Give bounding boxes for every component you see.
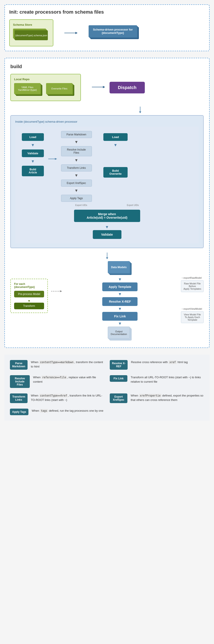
export-raw-label: →exportRawModel: [181, 276, 204, 279]
legend-grid: Parse MarkdownWhen contentType==markdown…: [10, 360, 204, 415]
svg-marker-7: [55, 158, 57, 160]
legend-badge-3: Fix Link: [110, 375, 127, 382]
merge-area: Export UIDs Export UIDs Merge when Artic…: [20, 204, 194, 239]
proc-layout: Load ▼ Validate ▼ Build Article: [20, 131, 194, 202]
foreach-box: For each {documentType} Pre-process Mode…: [10, 279, 48, 313]
output-card-1: Output Documentation: [108, 326, 130, 339]
apply-template-box: Apply Template: [102, 282, 138, 291]
c-arrow-1: ▼: [74, 140, 78, 144]
arrow-preprocess-transform: ▼: [14, 299, 44, 303]
transform-box: Transform: [14, 303, 44, 309]
view-model-annotation: View Model File To Apply Each Template: [181, 311, 204, 323]
export-uids-right: Export UIDs: [127, 204, 139, 206]
preprocess-box: Pre-process Model: [14, 291, 44, 298]
overwrite-stack: Overwrite Files: [46, 83, 75, 97]
legend-badge-0: Parse Markdown: [10, 360, 28, 370]
processor-stack: Schema-driven processor for {documentTyp…: [89, 25, 139, 41]
legend-item-6: Apply TagsWhen tags defined, run the tag…: [10, 408, 104, 415]
load-box-left: Load: [22, 133, 44, 141]
c-arrow-3: ▼: [74, 173, 78, 178]
svg-marker-5: [139, 112, 141, 113]
dispatch-box: Dispatch: [110, 82, 145, 94]
local-repo-files: YAML Files YamlMime={type} Overwrite Fil…: [14, 83, 77, 97]
build-overwrite-box: Build Overwrite: [103, 167, 128, 178]
local-repo-label: Local Repo: [14, 78, 77, 81]
right-annotations: →exportRawModel Raw Model File Before Ap…: [181, 276, 204, 323]
legend-item-3: Fix LinkTransform all URL-TO-ROOT links …: [110, 375, 204, 388]
data-models-stack: Data Models: [108, 261, 132, 276]
c-arrow-4: ▼: [74, 188, 78, 193]
schema-file-stack: {documentType}.schema.json: [13, 28, 48, 42]
legend-item-1: Resolve X- REFResolve cross reference wi…: [110, 360, 204, 370]
transform-links-box: Transform Links: [61, 164, 92, 172]
legend-text-4: When contentType==href, transform the li…: [31, 394, 104, 402]
export-uids-row: Export UIDs Export UIDs: [75, 204, 139, 206]
raw-model-annotation: Raw Model File Before Apply Templates: [181, 280, 204, 292]
right-flow-col: Load ▼ Build Overwrite: [102, 133, 129, 178]
main-container: Init: create processors from schema file…: [0, 0, 214, 425]
export-uids-left: Export UIDs: [75, 204, 87, 206]
export-view-label: →exportViewModel: [181, 308, 204, 310]
svg-marker-1: [75, 32, 78, 34]
legend-badge-5: Export XrefSpec: [110, 394, 127, 403]
processor-card-1: Schema-driven processor for {documentTyp…: [89, 25, 137, 37]
validate-box-bottom: Validate: [93, 230, 122, 239]
arrow-merge-validate: ▼: [105, 225, 109, 230]
schema-store-label: Schema Store: [13, 23, 50, 26]
below-processor: For each {documentType} Pre-process Mode…: [10, 261, 204, 342]
merge-box-container: Merge when Article(uid) = Overwrite(uid): [74, 208, 140, 224]
local-repo-box: Local Repo YAML Files YamlMime={type}: [10, 74, 81, 101]
legend-text-5: When xrefPropertie defined, export the p…: [131, 394, 204, 402]
legend-text-0: When contentType==markdown, transform th…: [31, 360, 104, 368]
arrow-to-dispatch: [92, 85, 105, 90]
yaml-card-1: YAML Files YamlMime={type}: [14, 83, 41, 94]
svg-marker-3: [103, 86, 105, 88]
init-title: Init: create processors from schema file…: [9, 9, 205, 15]
right-side-flow: Data Models ▼ Apply Template ▼ Resolve X…: [65, 261, 174, 342]
schema-store-box: Schema Store {documentType}.schema.json: [9, 19, 53, 46]
svg-marker-9: [106, 258, 108, 259]
arrow-rx-fl: ▼: [118, 306, 122, 311]
legend-section: Parse MarkdownWhen contentType==markdown…: [5, 354, 209, 421]
arrow-down-1: [76, 106, 204, 114]
merge-box: Merge when Article(uid) = Overwrite(uid): [74, 210, 140, 222]
validate-box: Validate: [22, 150, 44, 157]
export-xrefspec-box: Export XrefSpec: [61, 180, 92, 186]
arrow-to-processor: [64, 31, 78, 35]
legend-badge-4: Transform Links: [10, 394, 28, 403]
legend-text-3: Transform all URL-TO-ROOT links (start w…: [131, 375, 204, 384]
arrow-load-validate: ▼: [31, 143, 35, 148]
raw-model-area: →exportRawModel Raw Model File Before Ap…: [181, 276, 204, 292]
build-title: build: [10, 64, 204, 70]
processor-inner: Load ▼ Validate ▼ Build Article: [15, 126, 199, 243]
left-flow-col: Load ▼ Validate ▼ Build Article: [20, 133, 46, 176]
arrow-load-buildoverwrite: ▼: [114, 143, 118, 148]
apply-tags-box: Apply Tags: [61, 195, 92, 202]
dashed-arrow-area: [51, 290, 62, 293]
view-model-area: →exportViewModel View Model File To Appl…: [181, 308, 204, 323]
fix-link-box: Fix Link: [102, 312, 138, 321]
init-section: Init: create processors from schema file…: [5, 4, 209, 51]
load-box-right: Load: [103, 133, 128, 141]
center-flow-col: Parse Markdown ▼ Resolve Include Files ▼…: [59, 131, 93, 202]
output-doc-stack: Output Documentation: [108, 326, 132, 342]
processor-area-label: Inside {documentType} schema-driven proc…: [15, 120, 199, 123]
legend-text-1: Resolve cross reference with xref html t…: [131, 360, 187, 364]
build-section: build Local Repo YAML Files YamlMime={ty…: [5, 58, 209, 348]
arrow-fl-out: ▼: [118, 321, 122, 326]
overwrite-card-1: Overwrite Files: [46, 83, 72, 94]
parse-markdown-box: Parse Markdown: [61, 131, 92, 138]
resolve-xref-box: Resolve X-REF: [102, 297, 138, 306]
arrow-validate-build: ▼: [31, 159, 35, 164]
data-model-card-1: Data Models: [108, 261, 130, 273]
init-layout: Schema Store {documentType}.schema.json: [9, 19, 205, 46]
legend-text-6: When tags defined, run the tag processor…: [32, 408, 103, 413]
build-top-row: Local Repo YAML Files YamlMime={type}: [10, 74, 204, 101]
foreach-label: For each {documentType}: [14, 282, 44, 288]
build-article-box: Build Article: [22, 166, 44, 176]
arrow-at-rx: ▼: [118, 292, 122, 296]
legend-badge-1: Resolve X- REF: [110, 360, 128, 370]
file-card-1: {documentType}.schema.json: [15, 30, 48, 40]
c-arrow-2: ▼: [74, 158, 78, 163]
resolve-include-box: Resolve Include Files: [61, 146, 92, 156]
